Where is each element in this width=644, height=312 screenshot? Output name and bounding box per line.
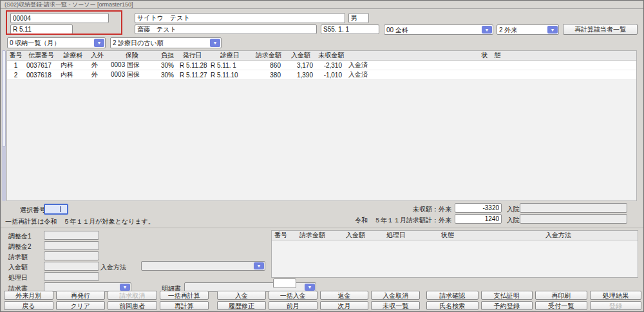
cell-status[interactable]: 入金済 xyxy=(346,61,636,70)
cell-unpaid-amount[interactable]: -2,310 xyxy=(317,61,346,70)
refund-button[interactable]: 返金 xyxy=(320,291,369,300)
adjustment2-label: 調整金2 xyxy=(8,242,32,251)
hist-col-paid-amount: 入金額 xyxy=(335,231,376,240)
window-titlebar: (S02)収納登録-請求一覧 - ソーソー [ormaster150] xyxy=(1,1,643,9)
reissue-button[interactable]: 再発行 xyxy=(56,291,106,300)
cell-burden[interactable]: 30% xyxy=(158,61,177,70)
previous-month-button[interactable]: 前月 xyxy=(269,301,317,310)
sort-order-select[interactable]: 2 診療日の古い順 ▼ xyxy=(110,37,222,48)
cell-department[interactable]: 内科 xyxy=(58,61,88,70)
edit-history-button[interactable]: 履歴修正 xyxy=(217,301,266,310)
chevron-down-icon[interactable]: ▼ xyxy=(120,284,130,291)
billing-confirm-button[interactable]: 請求確認 xyxy=(426,291,478,300)
cancel-deposit-button[interactable]: 入金取消 xyxy=(371,291,420,300)
list-mode-select[interactable]: 0 収納一覧（月） ▼ xyxy=(7,37,106,48)
cell-department[interactable]: 内科 xyxy=(58,70,88,80)
chevron-down-icon[interactable]: ▼ xyxy=(94,39,104,47)
col-unpaid-amount: 未収金額 xyxy=(317,51,346,61)
invoice-amount-input[interactable] xyxy=(44,251,99,260)
payment-method-label: 入金方法 xyxy=(100,263,126,272)
visit-type-select-value: 2 外来 xyxy=(497,25,547,34)
chevron-down-icon[interactable]: ▼ xyxy=(210,39,220,47)
col-department: 診療科 xyxy=(58,51,88,61)
scrollbar-thumb[interactable] xyxy=(2,50,6,147)
clear-button[interactable]: クリア xyxy=(56,301,106,310)
cell-slip-number[interactable]: 0037618 xyxy=(24,70,58,80)
col-insurance: 保険 xyxy=(106,51,158,61)
reception-list-button[interactable]: 受付一覧 xyxy=(535,301,587,310)
monthly-billed-inpatient-field xyxy=(520,214,627,224)
chevron-down-icon[interactable]: ▼ xyxy=(305,284,315,291)
patient-kanji-name-input[interactable] xyxy=(135,24,317,34)
cell-billed-amount[interactable]: 380 xyxy=(252,70,285,80)
invoice-row[interactable]: 2 0037618 内科 外 0003 国保 30% R 5.11.27 R 5… xyxy=(7,70,636,80)
adjustment1-input[interactable] xyxy=(44,231,99,240)
footer-button-group-left: 外来月別 再発行 請求取消 一括再計算 戻る クリア 前回患者 再計算 xyxy=(4,291,209,310)
payment-certificate-button[interactable]: 支払証明 xyxy=(481,291,533,300)
monthly-billed-inpatient-label: 入院 xyxy=(507,216,520,225)
chevron-down-icon[interactable]: ▼ xyxy=(254,262,264,269)
cell-paid-amount[interactable]: 3,170 xyxy=(285,61,317,70)
cell-insurance[interactable]: 0003 国保 xyxy=(106,70,158,80)
text-caret xyxy=(60,206,61,212)
cell-paid-amount[interactable]: 1,390 xyxy=(285,70,317,80)
register-button[interactable]: 登録 xyxy=(590,301,642,310)
previous-patient-button[interactable]: 前回患者 xyxy=(108,301,157,310)
payment-method-select[interactable]: ▼ xyxy=(141,261,265,271)
history-header-row: 番号 請求金額 入金額 処理日 状態 入金方法 xyxy=(272,231,638,240)
bulk-deposit-button[interactable]: 一括入金 xyxy=(269,291,317,300)
process-date-input[interactable] xyxy=(44,272,99,281)
selection-number-label: 選択番号 xyxy=(20,206,46,215)
patient-kana-name-input[interactable] xyxy=(135,13,345,23)
cell-treatment-date[interactable]: R 5.11.10 xyxy=(207,70,252,80)
process-result-button[interactable]: 処理結果 xyxy=(590,291,642,300)
cell-issue-date[interactable]: R 5.11.28 xyxy=(177,61,207,70)
sort-order-select-value: 2 診療日の古い順 xyxy=(111,38,209,48)
cancel-billing-button[interactable]: 請求取消 xyxy=(108,291,157,300)
billing-month-input[interactable] xyxy=(10,24,73,34)
col-billed-amount: 請求金額 xyxy=(252,51,285,61)
adjustment2-input[interactable] xyxy=(44,241,99,250)
deposit-amount-input[interactable] xyxy=(44,262,99,271)
next-month-button[interactable]: 次月 xyxy=(320,301,369,310)
invoice-table: 番号 伝票番号 診療科 入外 保険 負担 発行日 診療日 請求金額 入金額 未収… xyxy=(6,50,637,201)
chevron-down-icon[interactable]: ▼ xyxy=(482,26,492,34)
invoice-table-header-row: 番号 伝票番号 診療科 入外 保険 負担 発行日 診療日 請求金額 入金額 未収… xyxy=(7,51,636,61)
reservation-button[interactable]: 予約登録 xyxy=(481,301,533,310)
col-number: 番号 xyxy=(7,51,24,61)
invoice-table-scrollbar[interactable] xyxy=(2,50,6,201)
outpatient-monthly-button[interactable]: 外来月別 xyxy=(4,291,53,300)
recalc-target-list-button[interactable]: 再計算該当者一覧 xyxy=(563,24,638,35)
cell-billed-amount[interactable]: 860 xyxy=(252,61,285,70)
section-divider xyxy=(1,228,643,228)
name-search-button[interactable]: 氏名検索 xyxy=(426,301,478,310)
department-select-value: 00 全科 xyxy=(384,25,481,34)
cell-unpaid-amount[interactable]: -1,010 xyxy=(317,70,346,80)
department-select[interactable]: 00 全科 ▼ xyxy=(384,24,493,35)
cell-in-out[interactable]: 外 xyxy=(88,70,106,80)
chevron-down-icon[interactable]: ▼ xyxy=(547,26,558,34)
patient-number-input[interactable] xyxy=(10,13,109,23)
cell-number[interactable]: 2 xyxy=(7,70,24,80)
visit-type-select[interactable]: 2 外来 ▼ xyxy=(497,24,559,35)
cell-slip-number[interactable]: 0037617 xyxy=(24,61,58,70)
cell-burden[interactable]: 30% xyxy=(158,70,177,80)
bulk-recalc-button[interactable]: 一括再計算 xyxy=(160,291,209,300)
unpaid-list-button[interactable]: 未収一覧 xyxy=(371,301,420,310)
cell-issue-date[interactable]: R 5.11.27 xyxy=(177,70,207,80)
cell-status[interactable]: 入金済 xyxy=(346,70,636,80)
cell-in-out[interactable]: 外 xyxy=(88,61,106,70)
reprint-button[interactable]: 再印刷 xyxy=(535,291,587,300)
cell-number[interactable]: 1 xyxy=(7,61,24,70)
deposit-button[interactable]: 入金 xyxy=(217,291,266,300)
invoice-amount-label: 請求額 xyxy=(8,253,28,262)
unpaid-outpatient-field xyxy=(455,203,502,213)
cell-treatment-date[interactable]: R 5.11. 1 xyxy=(207,61,252,70)
back-button[interactable]: 戻る xyxy=(4,301,53,310)
cell-insurance[interactable]: 0003 国保 xyxy=(106,61,158,70)
payment-method-select-value xyxy=(142,262,253,270)
history-selection-input[interactable] xyxy=(273,278,296,288)
selection-number-input[interactable] xyxy=(44,204,68,215)
recalc-button[interactable]: 再計算 xyxy=(160,301,209,310)
invoice-row[interactable]: 1 0037617 内科 外 0003 国保 30% R 5.11.28 R 5… xyxy=(7,61,636,70)
